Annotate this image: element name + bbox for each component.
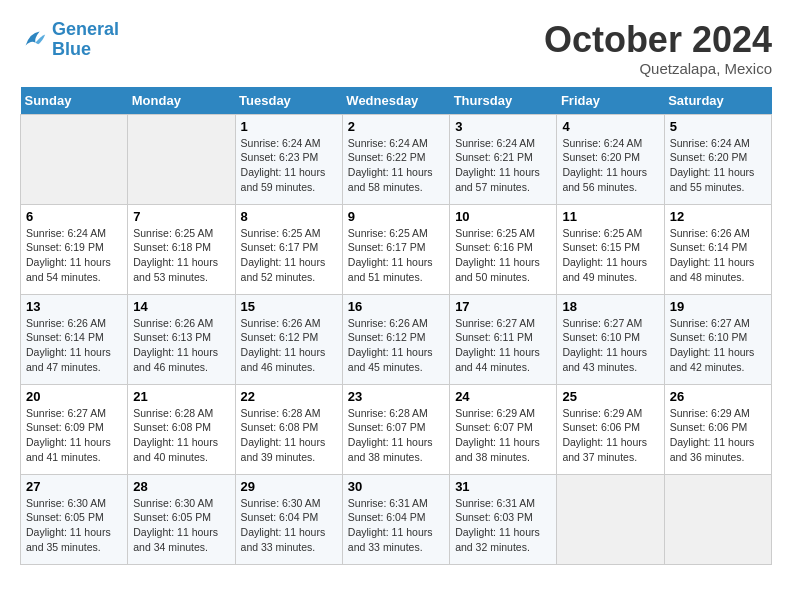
- day-number: 27: [26, 479, 122, 494]
- day-info: Sunrise: 6:25 AM Sunset: 6:17 PM Dayligh…: [348, 226, 444, 285]
- calendar-week-2: 6Sunrise: 6:24 AM Sunset: 6:19 PM Daylig…: [21, 204, 772, 294]
- day-info: Sunrise: 6:27 AM Sunset: 6:11 PM Dayligh…: [455, 316, 551, 375]
- calendar-cell: [128, 114, 235, 204]
- day-number: 25: [562, 389, 658, 404]
- day-info: Sunrise: 6:27 AM Sunset: 6:09 PM Dayligh…: [26, 406, 122, 465]
- location: Quetzalapa, Mexico: [544, 60, 772, 77]
- day-info: Sunrise: 6:29 AM Sunset: 6:06 PM Dayligh…: [670, 406, 766, 465]
- day-number: 30: [348, 479, 444, 494]
- calendar-cell: 31Sunrise: 6:31 AM Sunset: 6:03 PM Dayli…: [450, 474, 557, 564]
- weekday-header-monday: Monday: [128, 87, 235, 115]
- day-info: Sunrise: 6:26 AM Sunset: 6:13 PM Dayligh…: [133, 316, 229, 375]
- day-number: 12: [670, 209, 766, 224]
- calendar-cell: 27Sunrise: 6:30 AM Sunset: 6:05 PM Dayli…: [21, 474, 128, 564]
- day-number: 9: [348, 209, 444, 224]
- weekday-header-thursday: Thursday: [450, 87, 557, 115]
- day-info: Sunrise: 6:24 AM Sunset: 6:20 PM Dayligh…: [562, 136, 658, 195]
- calendar-cell: [664, 474, 771, 564]
- day-number: 11: [562, 209, 658, 224]
- day-number: 29: [241, 479, 337, 494]
- day-info: Sunrise: 6:30 AM Sunset: 6:04 PM Dayligh…: [241, 496, 337, 555]
- calendar-cell: 29Sunrise: 6:30 AM Sunset: 6:04 PM Dayli…: [235, 474, 342, 564]
- day-info: Sunrise: 6:26 AM Sunset: 6:14 PM Dayligh…: [26, 316, 122, 375]
- calendar-cell: 8Sunrise: 6:25 AM Sunset: 6:17 PM Daylig…: [235, 204, 342, 294]
- day-info: Sunrise: 6:30 AM Sunset: 6:05 PM Dayligh…: [133, 496, 229, 555]
- calendar-cell: 16Sunrise: 6:26 AM Sunset: 6:12 PM Dayli…: [342, 294, 449, 384]
- day-info: Sunrise: 6:25 AM Sunset: 6:18 PM Dayligh…: [133, 226, 229, 285]
- day-number: 19: [670, 299, 766, 314]
- calendar-cell: 5Sunrise: 6:24 AM Sunset: 6:20 PM Daylig…: [664, 114, 771, 204]
- weekday-header-sunday: Sunday: [21, 87, 128, 115]
- day-number: 4: [562, 119, 658, 134]
- day-info: Sunrise: 6:24 AM Sunset: 6:21 PM Dayligh…: [455, 136, 551, 195]
- calendar-cell: 21Sunrise: 6:28 AM Sunset: 6:08 PM Dayli…: [128, 384, 235, 474]
- day-number: 17: [455, 299, 551, 314]
- day-info: Sunrise: 6:24 AM Sunset: 6:20 PM Dayligh…: [670, 136, 766, 195]
- calendar-cell: 12Sunrise: 6:26 AM Sunset: 6:14 PM Dayli…: [664, 204, 771, 294]
- calendar-cell: 17Sunrise: 6:27 AM Sunset: 6:11 PM Dayli…: [450, 294, 557, 384]
- day-info: Sunrise: 6:31 AM Sunset: 6:04 PM Dayligh…: [348, 496, 444, 555]
- calendar-cell: 22Sunrise: 6:28 AM Sunset: 6:08 PM Dayli…: [235, 384, 342, 474]
- day-info: Sunrise: 6:29 AM Sunset: 6:06 PM Dayligh…: [562, 406, 658, 465]
- day-info: Sunrise: 6:28 AM Sunset: 6:08 PM Dayligh…: [133, 406, 229, 465]
- day-info: Sunrise: 6:25 AM Sunset: 6:17 PM Dayligh…: [241, 226, 337, 285]
- day-info: Sunrise: 6:27 AM Sunset: 6:10 PM Dayligh…: [670, 316, 766, 375]
- day-number: 28: [133, 479, 229, 494]
- calendar-cell: [557, 474, 664, 564]
- calendar-cell: 19Sunrise: 6:27 AM Sunset: 6:10 PM Dayli…: [664, 294, 771, 384]
- day-info: Sunrise: 6:27 AM Sunset: 6:10 PM Dayligh…: [562, 316, 658, 375]
- calendar-table: SundayMondayTuesdayWednesdayThursdayFrid…: [20, 87, 772, 565]
- day-info: Sunrise: 6:24 AM Sunset: 6:23 PM Dayligh…: [241, 136, 337, 195]
- calendar-cell: 13Sunrise: 6:26 AM Sunset: 6:14 PM Dayli…: [21, 294, 128, 384]
- weekday-header-saturday: Saturday: [664, 87, 771, 115]
- calendar-cell: 6Sunrise: 6:24 AM Sunset: 6:19 PM Daylig…: [21, 204, 128, 294]
- day-number: 23: [348, 389, 444, 404]
- calendar-cell: 24Sunrise: 6:29 AM Sunset: 6:07 PM Dayli…: [450, 384, 557, 474]
- day-info: Sunrise: 6:28 AM Sunset: 6:08 PM Dayligh…: [241, 406, 337, 465]
- calendar-cell: 9Sunrise: 6:25 AM Sunset: 6:17 PM Daylig…: [342, 204, 449, 294]
- calendar-cell: 28Sunrise: 6:30 AM Sunset: 6:05 PM Dayli…: [128, 474, 235, 564]
- calendar-cell: [21, 114, 128, 204]
- calendar-cell: 23Sunrise: 6:28 AM Sunset: 6:07 PM Dayli…: [342, 384, 449, 474]
- calendar-cell: 1Sunrise: 6:24 AM Sunset: 6:23 PM Daylig…: [235, 114, 342, 204]
- day-number: 10: [455, 209, 551, 224]
- calendar-cell: 25Sunrise: 6:29 AM Sunset: 6:06 PM Dayli…: [557, 384, 664, 474]
- day-number: 14: [133, 299, 229, 314]
- day-info: Sunrise: 6:24 AM Sunset: 6:19 PM Dayligh…: [26, 226, 122, 285]
- day-number: 20: [26, 389, 122, 404]
- calendar-cell: 14Sunrise: 6:26 AM Sunset: 6:13 PM Dayli…: [128, 294, 235, 384]
- calendar-cell: 20Sunrise: 6:27 AM Sunset: 6:09 PM Dayli…: [21, 384, 128, 474]
- calendar-cell: 7Sunrise: 6:25 AM Sunset: 6:18 PM Daylig…: [128, 204, 235, 294]
- calendar-week-5: 27Sunrise: 6:30 AM Sunset: 6:05 PM Dayli…: [21, 474, 772, 564]
- day-info: Sunrise: 6:26 AM Sunset: 6:12 PM Dayligh…: [241, 316, 337, 375]
- calendar-cell: 3Sunrise: 6:24 AM Sunset: 6:21 PM Daylig…: [450, 114, 557, 204]
- day-info: Sunrise: 6:26 AM Sunset: 6:12 PM Dayligh…: [348, 316, 444, 375]
- day-info: Sunrise: 6:28 AM Sunset: 6:07 PM Dayligh…: [348, 406, 444, 465]
- weekday-header-wednesday: Wednesday: [342, 87, 449, 115]
- day-number: 24: [455, 389, 551, 404]
- day-number: 31: [455, 479, 551, 494]
- day-number: 5: [670, 119, 766, 134]
- weekday-header-tuesday: Tuesday: [235, 87, 342, 115]
- day-number: 16: [348, 299, 444, 314]
- day-number: 21: [133, 389, 229, 404]
- day-number: 2: [348, 119, 444, 134]
- day-info: Sunrise: 6:25 AM Sunset: 6:16 PM Dayligh…: [455, 226, 551, 285]
- calendar-cell: 18Sunrise: 6:27 AM Sunset: 6:10 PM Dayli…: [557, 294, 664, 384]
- calendar-cell: 4Sunrise: 6:24 AM Sunset: 6:20 PM Daylig…: [557, 114, 664, 204]
- day-number: 18: [562, 299, 658, 314]
- title-block: October 2024 Quetzalapa, Mexico: [544, 20, 772, 77]
- logo: General Blue: [20, 20, 119, 60]
- calendar-cell: 10Sunrise: 6:25 AM Sunset: 6:16 PM Dayli…: [450, 204, 557, 294]
- calendar-cell: 30Sunrise: 6:31 AM Sunset: 6:04 PM Dayli…: [342, 474, 449, 564]
- logo-text: General Blue: [52, 20, 119, 60]
- day-number: 3: [455, 119, 551, 134]
- calendar-cell: 2Sunrise: 6:24 AM Sunset: 6:22 PM Daylig…: [342, 114, 449, 204]
- day-info: Sunrise: 6:29 AM Sunset: 6:07 PM Dayligh…: [455, 406, 551, 465]
- day-number: 22: [241, 389, 337, 404]
- day-info: Sunrise: 6:30 AM Sunset: 6:05 PM Dayligh…: [26, 496, 122, 555]
- day-info: Sunrise: 6:25 AM Sunset: 6:15 PM Dayligh…: [562, 226, 658, 285]
- month-title: October 2024: [544, 20, 772, 60]
- weekday-header-friday: Friday: [557, 87, 664, 115]
- day-number: 1: [241, 119, 337, 134]
